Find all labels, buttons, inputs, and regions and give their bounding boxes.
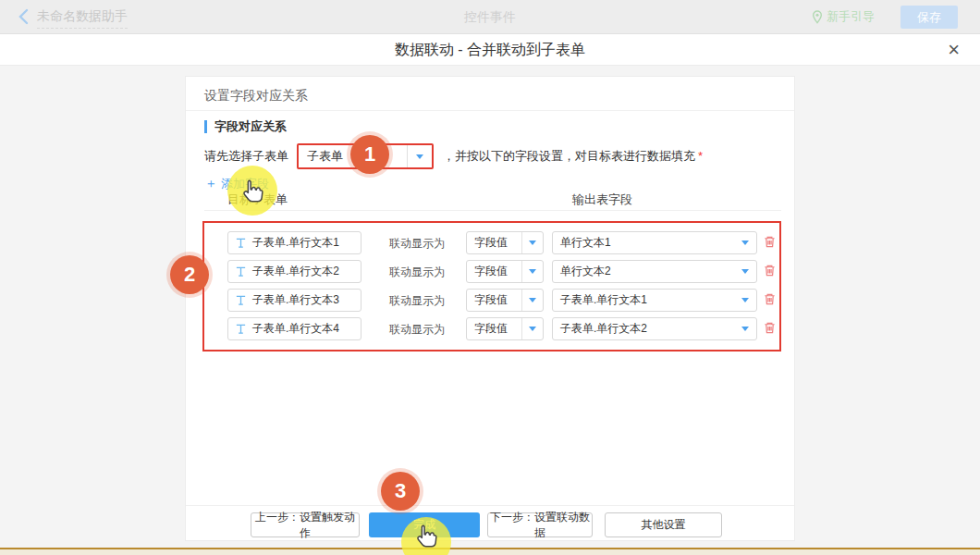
mode-select[interactable]: 字段值 (466, 289, 544, 312)
delete-row-icon[interactable] (763, 292, 778, 307)
column-header-output: 输出表字段 (572, 191, 632, 208)
field-mapping-row: 子表单.单行文本2 联动显示为 字段值 单行文本2 (204, 260, 779, 283)
chevron-down-icon (521, 261, 543, 282)
divider (204, 210, 781, 211)
source-field-select[interactable]: 单行文本2 (552, 260, 757, 283)
relation-label: 联动显示为 (389, 236, 445, 252)
chevron-down-icon (741, 327, 749, 331)
hand-cursor-icon (412, 522, 440, 549)
beginner-guide-link[interactable]: 新手引导 (812, 8, 875, 25)
divider (186, 110, 794, 111)
target-field-value: 子表单.单行文本2 (252, 264, 339, 279)
panel-title: 设置字段对应关系 (204, 88, 308, 105)
divider (186, 505, 794, 506)
source-field-value: 子表单.单行文本2 (553, 321, 741, 337)
modal-title: 数据联动 - 合并联动到子表单 (0, 34, 980, 65)
chevron-down-icon (741, 269, 749, 274)
required-mark: * (698, 149, 703, 163)
source-field-value: 单行文本1 (553, 235, 741, 251)
target-field-input[interactable]: 子表单.单行文本3 (227, 289, 361, 312)
mode-select-value: 字段值 (467, 235, 521, 251)
relation-label: 联动显示为 (389, 265, 445, 280)
text-field-icon (235, 323, 247, 336)
top-bar: 未命名数据助手 控件事件 新手引导 保存 (0, 0, 980, 34)
mode-select[interactable]: 字段值 (466, 260, 544, 283)
text-field-icon (235, 237, 247, 250)
source-field-value: 单行文本2 (553, 264, 741, 279)
field-mapping-row: 子表单.单行文本1 联动显示为 字段值 单行文本1 (204, 231, 779, 254)
chevron-down-icon (521, 318, 543, 339)
field-mapping-group: 子表单.单行文本1 联动显示为 字段值 单行文本1 子表单.单行文本2 联动显示… (202, 221, 781, 352)
source-field-select[interactable]: 子表单.单行文本2 (552, 317, 757, 340)
chevron-down-icon (407, 145, 432, 167)
guide-label: 新手引导 (827, 8, 875, 25)
chevron-down-icon (521, 290, 543, 311)
bottom-strip (0, 549, 980, 555)
chevron-down-icon (521, 232, 543, 253)
other-settings-button[interactable]: 其他设置 (605, 512, 722, 537)
target-field-input[interactable]: 子表单.单行文本2 (227, 260, 361, 283)
step-badge-1: 1 (350, 135, 389, 174)
target-field-value: 子表单.单行文本1 (252, 235, 339, 251)
mode-select-value: 字段值 (467, 292, 521, 308)
next-step-button[interactable]: 下一步：设置联动数据 (487, 512, 593, 537)
settings-panel: 设置字段对应关系 字段对应关系 请先选择子表单 子表单 ，并按以下的字段设置，对… (185, 76, 795, 541)
plus-icon: ＋ (204, 176, 217, 191)
section-title: 字段对应关系 (204, 120, 287, 133)
mode-select[interactable]: 字段值 (466, 317, 544, 340)
target-field-input[interactable]: 子表单.单行文本4 (227, 317, 361, 340)
relation-label: 联动显示为 (389, 293, 445, 309)
source-field-select[interactable]: 子表单.单行文本1 (552, 289, 757, 312)
field-mapping-row: 子表单.单行文本3 联动显示为 字段值 子表单.单行文本1 (204, 289, 779, 312)
select-prompt-label: 请先选择子表单 (204, 148, 288, 165)
source-field-select[interactable]: 单行文本1 (552, 231, 757, 254)
close-icon[interactable]: × (948, 38, 960, 62)
after-select-text: ，并按以下的字段设置，对目标表进行数据填充* (443, 148, 703, 165)
mode-select-value: 字段值 (467, 264, 521, 279)
delete-row-icon[interactable] (763, 235, 778, 250)
modal-header: 数据联动 - 合并联动到子表单 × (0, 34, 980, 66)
delete-row-icon[interactable] (763, 264, 778, 278)
text-field-icon (235, 265, 247, 278)
text-field-icon (235, 294, 247, 307)
subform-select-row: 请先选择子表单 子表单 ，并按以下的字段设置，对目标表进行数据填充* (204, 143, 703, 169)
target-field-value: 子表单.单行文本4 (252, 321, 339, 337)
click-highlight-add-field (227, 166, 277, 216)
mode-select-value: 字段值 (467, 321, 521, 337)
chevron-down-icon (741, 298, 749, 302)
app-screen: 未命名数据助手 控件事件 新手引导 保存 数据联动 - 合并联动到子表单 × 设… (0, 0, 980, 555)
step-badge-2: 2 (170, 255, 209, 294)
target-field-input[interactable]: 子表单.单行文本1 (227, 231, 361, 254)
location-pin-icon (812, 10, 823, 24)
relation-label: 联动显示为 (389, 322, 445, 338)
chevron-down-icon (741, 240, 749, 245)
source-field-value: 子表单.单行文本1 (553, 292, 741, 308)
delete-row-icon[interactable] (763, 321, 778, 336)
target-field-value: 子表单.单行文本3 (252, 292, 339, 308)
mode-select[interactable]: 字段值 (466, 231, 544, 254)
step-badge-3: 3 (381, 472, 420, 511)
hand-cursor-icon (239, 177, 266, 204)
save-button[interactable]: 保存 (900, 6, 958, 29)
prev-step-button[interactable]: 上一步：设置触发动作 (251, 512, 360, 537)
field-mapping-row: 子表单.单行文本4 联动显示为 字段值 子表单.单行文本2 (204, 317, 779, 340)
